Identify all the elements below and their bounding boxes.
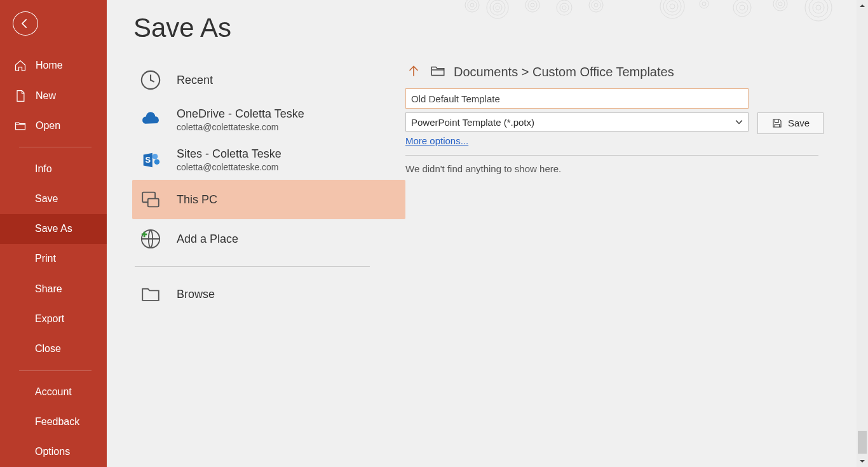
sidebar-item-export[interactable]: Export [0,304,107,334]
thispc-icon [139,187,163,212]
sidebar-label: New [36,90,56,102]
sidebar-item-saveas[interactable]: Save As [0,214,107,244]
svg-point-25 [778,2,782,6]
location-addplace[interactable]: Add a Place [132,219,405,259]
location-label: Add a Place [177,233,238,246]
svg-point-12 [557,0,572,15]
folder-open-icon [430,62,446,82]
arrow-left-icon [19,17,32,30]
vertical-scrollbar[interactable] [857,0,868,467]
sidebar-item-close[interactable]: Close [0,334,107,363]
location-sites[interactable]: S Sites - Coletta Teske coletta@colettat… [132,140,405,180]
svg-point-3 [496,6,499,10]
svg-point-11 [560,3,569,12]
svg-point-15 [589,0,603,12]
sidebar-item-home[interactable]: Home [0,51,107,81]
save-locations-list: Recent OneDrive - Coletta Teske coletta@… [132,60,405,467]
sidebar-item-open[interactable]: Open [0,111,107,140]
svg-point-34 [154,159,160,165]
svg-text:S: S [146,155,151,165]
divider [19,370,92,371]
svg-point-30 [809,0,828,17]
sidebar-item-save[interactable]: Save [0,184,107,214]
svg-point-4 [493,3,502,12]
more-options-link[interactable]: More options... [405,135,749,146]
decorative-swirls [463,0,857,24]
save-button-label: Save [788,118,810,128]
svg-point-26 [776,0,785,8]
svg-rect-37 [148,199,159,207]
divider [19,147,92,147]
chevron-down-icon [735,118,743,126]
location-label: Browse [177,288,215,301]
svg-point-33 [153,154,158,159]
svg-point-29 [813,2,824,13]
svg-point-20 [702,2,706,6]
save-button[interactable]: Save [757,112,824,134]
location-browse[interactable]: Browse [132,274,405,314]
svg-point-22 [740,5,745,10]
filetype-select[interactable]: PowerPoint Template (*.potx) [405,112,749,132]
svg-point-0 [470,3,474,7]
sharepoint-icon: S [139,148,163,172]
sidebar-label: Feedback [35,416,79,428]
svg-point-24 [733,0,751,17]
svg-point-9 [526,0,539,12]
sidebar-label: Home [36,60,63,71]
svg-point-17 [667,1,678,12]
svg-point-18 [663,0,681,15]
location-thispc[interactable]: This PC [132,180,405,219]
empty-message: We didn't find anything to show here. [405,163,561,174]
svg-point-14 [592,1,600,10]
sidebar-label: Save [35,193,58,205]
location-label: Sites - Coletta Teske [177,147,281,161]
svg-point-2 [465,0,479,12]
svg-point-16 [670,4,675,9]
sidebar-item-feedback[interactable]: Feedback [0,407,107,437]
sidebar-label: Print [35,253,56,264]
divider [135,266,370,267]
breadcrumb: Documents > Custom Office Templates [405,60,824,83]
onedrive-icon [139,108,163,132]
scroll-down-arrow[interactable] [857,456,868,467]
folder-icon [139,282,163,306]
location-label: This PC [177,193,217,206]
svg-point-28 [816,5,821,10]
sidebar-item-options[interactable]: Options [0,437,107,467]
page-title: Save As [133,13,231,43]
clock-icon [139,68,163,92]
svg-point-10 [562,6,566,10]
sidebar-label: Options [35,446,70,457]
sidebar-label: Info [35,163,52,175]
sidebar-label: Close [35,343,61,355]
open-icon [14,119,27,132]
file-list-area: We didn't find anything to show here. [405,155,818,174]
up-folder-button[interactable] [405,62,422,82]
location-label: Recent [177,74,213,87]
add-place-icon [139,227,163,251]
svg-point-5 [490,0,505,15]
filetype-selected: PowerPoint Template (*.potx) [411,117,534,128]
sidebar-item-info[interactable]: Info [0,154,107,184]
location-onedrive[interactable]: OneDrive - Coletta Teske coletta@coletta… [132,100,405,140]
location-sublabel: coletta@colettateske.com [177,162,281,172]
save-icon [771,118,783,129]
scroll-up-arrow[interactable] [857,0,868,11]
sidebar-item-new[interactable]: New [0,81,107,111]
svg-point-7 [531,3,534,7]
sidebar-label: Open [36,120,60,132]
filename-input[interactable] [405,88,749,109]
sidebar-item-share[interactable]: Share [0,274,107,304]
sidebar-item-print[interactable]: Print [0,244,107,274]
back-button[interactable] [13,11,38,36]
location-label: OneDrive - Coletta Teske [177,107,304,121]
scroll-thumb[interactable] [858,431,867,454]
sidebar-label: Save As [35,223,72,234]
svg-point-23 [736,2,748,13]
sidebar-label: Account [35,386,72,398]
location-sublabel: coletta@colettateske.com [177,122,304,132]
breadcrumb-path[interactable]: Documents > Custom Office Templates [454,65,674,79]
svg-point-21 [700,0,709,8]
location-recent[interactable]: Recent [132,60,405,100]
sidebar-item-account[interactable]: Account [0,377,107,407]
